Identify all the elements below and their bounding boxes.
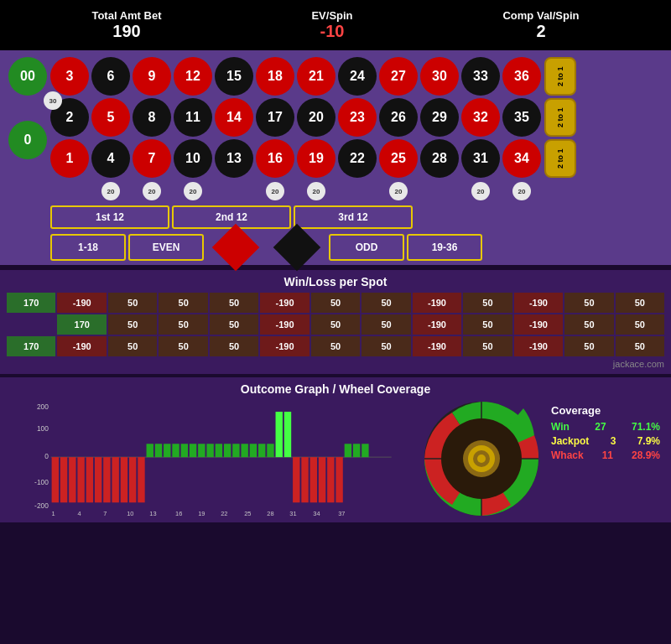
wl-cell: -190 (514, 336, 563, 356)
chip-20-col11: 20 (471, 182, 490, 200)
wl-cell: -190 (260, 293, 309, 313)
svg-text:16: 16 (175, 510, 182, 517)
svg-rect-27 (232, 444, 239, 457)
comp-val-spin-value: 2 (502, 22, 579, 41)
number-00[interactable]: 00 (8, 57, 47, 96)
coverage-win-label: Win (551, 421, 570, 433)
coverage-jackpot-row: Jackpot 3 7.9% (551, 435, 660, 447)
wl-row-1: 170 -190 50 50 50 -190 50 50 -190 50 -19… (7, 293, 664, 313)
num-29[interactable]: 29 (420, 98, 459, 137)
num-35[interactable]: 35 (502, 98, 541, 137)
num-1[interactable]: 1 (50, 139, 89, 178)
num-7[interactable]: 7 (133, 139, 171, 178)
black-diamond-icon (273, 224, 321, 272)
num-13[interactable]: 13 (215, 139, 253, 178)
svg-rect-19 (164, 444, 170, 457)
wl-row-2: 170 50 50 50 -190 50 50 -190 50 -190 50 … (7, 314, 664, 335)
num-5[interactable]: 5 (91, 98, 130, 137)
wl-cell: 50 (463, 314, 512, 335)
two-to-one-bot[interactable]: 2 to 1 (544, 139, 576, 178)
chip-20-col3: 20 (143, 182, 161, 200)
svg-text:100: 100 (37, 424, 49, 433)
wl-cell: 50 (159, 336, 207, 356)
num-26[interactable]: 26 (379, 98, 418, 137)
svg-text:25: 25 (244, 510, 251, 517)
num-36[interactable]: 36 (502, 57, 541, 96)
svg-text:34: 34 (313, 510, 320, 517)
num-9[interactable]: 9 (133, 57, 171, 96)
wl-cell: 50 (564, 336, 613, 356)
num-32[interactable]: 32 (461, 98, 500, 137)
num-8[interactable]: 8 (133, 98, 171, 137)
chips-row: 20 20 20 20 20 20 (50, 182, 541, 200)
bet-black-btn[interactable] (268, 234, 326, 261)
num-14[interactable]: 14 (215, 98, 253, 137)
svg-rect-24 (206, 444, 213, 457)
num-3[interactable]: 3 (50, 57, 89, 96)
svg-rect-14 (121, 457, 127, 502)
num-34[interactable]: 34 (502, 139, 541, 178)
two-to-one-top[interactable]: 2 to 1 (544, 57, 576, 96)
num-18[interactable]: 18 (256, 57, 294, 96)
num-19[interactable]: 19 (297, 139, 336, 178)
svg-rect-41 (353, 444, 360, 457)
coverage-whack-label: Whack (551, 449, 584, 461)
svg-rect-37 (319, 457, 325, 502)
bet-odd-btn[interactable]: ODD (329, 234, 404, 261)
num-28[interactable]: 28 (420, 139, 459, 178)
bet-red-btn[interactable] (206, 234, 265, 261)
dozen-2nd-btn[interactable]: 2nd 12 (172, 205, 291, 229)
bet-19-36-btn[interactable]: 19-36 (407, 234, 482, 261)
total-amt-bet-section: Total Amt Bet 190 (91, 9, 161, 41)
svg-rect-42 (362, 444, 368, 457)
num-25[interactable]: 25 (379, 139, 418, 178)
row-mid: 2 30 5 8 11 14 17 20 23 26 29 32 35 (50, 98, 541, 137)
num-6[interactable]: 6 (91, 57, 130, 96)
wl-cell: 50 (210, 336, 258, 356)
wl-cell: 170 (7, 293, 55, 313)
wl-cell: 50 (616, 314, 664, 335)
wl-cell: 50 (463, 293, 512, 313)
num-27[interactable]: 27 (379, 57, 418, 96)
dozen-3rd-btn[interactable]: 3rd 12 (294, 205, 413, 229)
wl-cell-empty (7, 314, 55, 335)
num-10[interactable]: 10 (174, 139, 212, 178)
num-23[interactable]: 23 (338, 98, 377, 137)
num-16[interactable]: 16 (256, 139, 294, 178)
num-33[interactable]: 33 (461, 57, 500, 96)
dozen-1st-btn[interactable]: 1st 12 (50, 205, 169, 229)
num-4[interactable]: 4 (91, 139, 130, 178)
num-15[interactable]: 15 (215, 57, 253, 96)
numbers-main: 3 6 9 12 15 18 21 24 27 30 33 36 2 30 (50, 57, 541, 261)
svg-rect-38 (327, 457, 334, 502)
wl-cell: 50 (564, 314, 613, 335)
wl-cell: -190 (260, 314, 309, 335)
num-21[interactable]: 21 (297, 57, 336, 96)
bet-1-18-btn[interactable]: 1-18 (50, 234, 126, 261)
wl-cell: 50 (463, 336, 512, 356)
svg-rect-10 (86, 457, 93, 502)
number-0[interactable]: 0 (8, 121, 47, 159)
num-31[interactable]: 31 (461, 139, 500, 178)
coverage-jackpot-label: Jackpot (551, 435, 589, 447)
num-20[interactable]: 20 (297, 98, 336, 137)
wl-cell: -190 (57, 336, 106, 356)
svg-text:1: 1 (52, 510, 55, 517)
outcome-content: 200 100 0 -100 -200 (7, 400, 664, 517)
num-22[interactable]: 22 (338, 139, 377, 178)
num-11[interactable]: 11 (174, 98, 212, 137)
red-diamond-icon (212, 224, 260, 272)
num-30[interactable]: 30 (420, 57, 459, 96)
num-17[interactable]: 17 (256, 98, 294, 137)
svg-text:19: 19 (198, 510, 205, 517)
two-to-one-mid[interactable]: 2 to 1 (544, 98, 576, 137)
coverage-area: Coverage Win 27 71.1% Jackpot 3 7.9% Wha… (547, 400, 664, 468)
ev-spin-label: EV/Spin (311, 9, 352, 22)
coverage-whack-count: 11 (602, 449, 613, 461)
svg-text:22: 22 (221, 510, 227, 517)
num-12[interactable]: 12 (174, 57, 212, 96)
bet-even-btn[interactable]: EVEN (128, 234, 204, 261)
wl-cell: 50 (210, 293, 258, 313)
num-24[interactable]: 24 (338, 57, 377, 96)
svg-text:-200: -200 (34, 501, 49, 510)
